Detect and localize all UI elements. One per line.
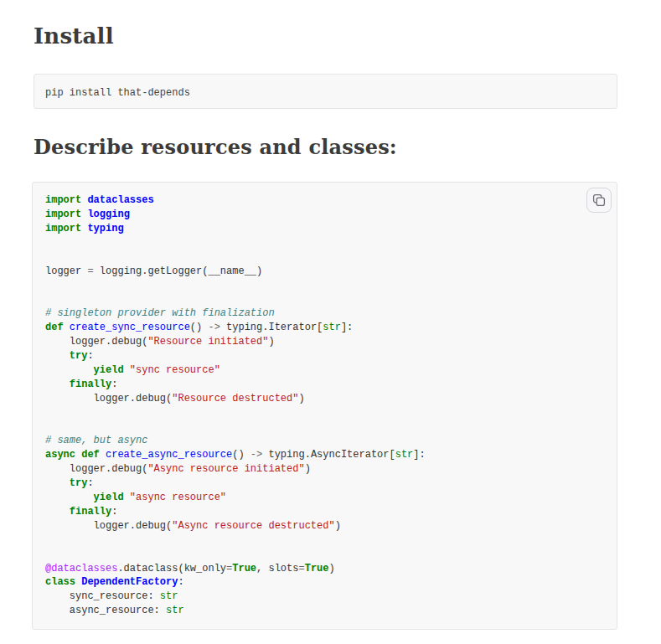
- code-token-plain: logger.debug(: [45, 520, 172, 532]
- code-token-plain: logger: [45, 265, 87, 277]
- code-line: finally:: [45, 505, 604, 519]
- install-heading: Install: [34, 23, 617, 49]
- code-token-plain: ): [329, 563, 335, 574]
- code-token-keyword: finally: [70, 379, 111, 390]
- code-token-keyword: yield: [94, 364, 124, 376]
- code-token-plain: ): [335, 520, 341, 532]
- code-token-function: create_sync_resource: [70, 322, 190, 333]
- code-token-namespace: logging: [87, 209, 129, 220]
- code-token-plain: typing.AsyncIterator[: [262, 449, 395, 461]
- code-token-constant: True: [305, 563, 329, 574]
- code-token-string: "Resource initiated": [147, 336, 268, 348]
- code-token-plain: :: [87, 350, 93, 362]
- code-line: [45, 292, 604, 307]
- code-line: logger.debug("Async resource initiated"): [45, 462, 604, 477]
- code-line: [45, 406, 604, 420]
- code-token-operator: ->: [208, 322, 219, 333]
- code-line: [45, 236, 604, 250]
- code-token-plain: logger.debug(: [45, 336, 147, 348]
- page-content: Install pip install that-depends Describ…: [0, 23, 661, 630]
- code-token-plain: logger.debug(: [45, 463, 147, 475]
- code-token-decorator: @dataclasses: [45, 563, 117, 574]
- code-token-plain: async_resource:: [45, 605, 166, 616]
- code-token-plain: ): [305, 463, 311, 475]
- code-token-keyword: def: [45, 322, 64, 333]
- code-token-builtin: str: [323, 322, 341, 333]
- code-token-plain: (): [190, 322, 209, 333]
- code-token-plain: :: [178, 576, 183, 588]
- code-token-builtin: str: [166, 605, 184, 616]
- copy-button[interactable]: [586, 188, 612, 213]
- code-token-plain: (): [232, 449, 250, 461]
- code-line: yield "async resource": [45, 491, 604, 505]
- code-token-class_name: DependentFactory: [81, 576, 178, 588]
- code-token-keyword: import: [45, 209, 81, 220]
- code-line: logger.debug("Resource initiated"): [45, 335, 604, 349]
- code-token-plain: , slots: [256, 563, 298, 574]
- code-token-plain: [45, 492, 94, 503]
- code-line: [45, 250, 604, 265]
- code-line: import logging: [45, 208, 604, 222]
- code-line: try:: [45, 477, 604, 491]
- code-token-string: "Async resource initiated": [147, 463, 304, 475]
- code-token-operator: =: [298, 563, 304, 574]
- pip-install-code-block: pip install that-depends: [34, 74, 617, 109]
- code-token-plain: :: [111, 379, 117, 390]
- code-token-string: "sync resource": [130, 364, 220, 376]
- code-line: logger.debug("Resource destructed"): [45, 392, 604, 406]
- code-line: finally:: [45, 378, 604, 392]
- code-token-function: create_async_resource: [106, 449, 232, 461]
- code-token-string: "Async resource destructed": [172, 520, 334, 532]
- code-line: # same, but async: [45, 434, 604, 448]
- code-token-keyword: class: [45, 576, 75, 588]
- code-token-operator: =: [87, 265, 93, 277]
- code-line: logger = logging.getLogger(__name__): [45, 265, 604, 279]
- describe-heading: Describe resources and classes:: [34, 135, 617, 159]
- pip-install-command: pip install that-depends: [45, 87, 190, 99]
- code-line: [45, 548, 604, 562]
- code-token-plain: logging.getLogger(__name__): [94, 265, 263, 277]
- code-token-plain: [45, 506, 70, 518]
- code-line: yield "sync resource": [45, 363, 604, 378]
- code-token-plain: [124, 364, 130, 376]
- code-token-plain: ]:: [413, 449, 425, 461]
- code-token-namespace: dataclasses: [87, 194, 153, 206]
- code-token-plain: :: [111, 506, 117, 518]
- code-line: class DependentFactory:: [45, 575, 604, 590]
- copy-icon: [592, 193, 606, 207]
- code-token-keyword: import: [45, 194, 81, 206]
- code-token-keyword: try: [70, 477, 88, 489]
- code-token-plain: [45, 379, 70, 390]
- code-token-plain: typing.Iterator[: [220, 322, 323, 333]
- code-line: [45, 420, 604, 435]
- code-line: async_resource: str: [45, 604, 604, 618]
- code-line: [45, 278, 604, 292]
- code-token-keyword: async def: [45, 449, 100, 461]
- code-token-plain: logger.debug(: [45, 393, 172, 404]
- code-token-plain: [64, 322, 70, 333]
- code-token-keyword: import: [45, 223, 81, 234]
- code-token-plain: sync_resource:: [45, 590, 160, 602]
- code-token-string: "Resource destructed": [172, 393, 298, 404]
- code-token-plain: [45, 477, 70, 489]
- code-line: async def create_async_resource() -> typ…: [45, 448, 604, 462]
- code-token-plain: :: [87, 477, 93, 489]
- code-token-keyword: yield: [94, 492, 124, 503]
- code-token-comment: # singleton provider with finalization: [45, 307, 275, 319]
- code-lines: import dataclassesimport loggingimport t…: [45, 193, 604, 618]
- code-token-constant: True: [232, 563, 256, 574]
- code-token-plain: ): [268, 336, 274, 348]
- code-token-keyword: try: [70, 350, 88, 362]
- code-token-plain: ]:: [341, 322, 353, 333]
- code-token-plain: .dataclass(kw_only: [117, 563, 226, 574]
- code-line: import typing: [45, 222, 604, 236]
- code-line: try:: [45, 349, 604, 363]
- code-token-string: "async resource": [130, 492, 226, 503]
- code-line: [45, 533, 604, 548]
- code-token-plain: [45, 364, 94, 376]
- code-token-plain: ): [298, 393, 304, 404]
- code-line: sync_resource: str: [45, 590, 604, 604]
- code-token-plain: [45, 350, 70, 362]
- code-token-plain: [124, 492, 130, 503]
- python-code-block: import dataclassesimport loggingimport t…: [32, 182, 617, 630]
